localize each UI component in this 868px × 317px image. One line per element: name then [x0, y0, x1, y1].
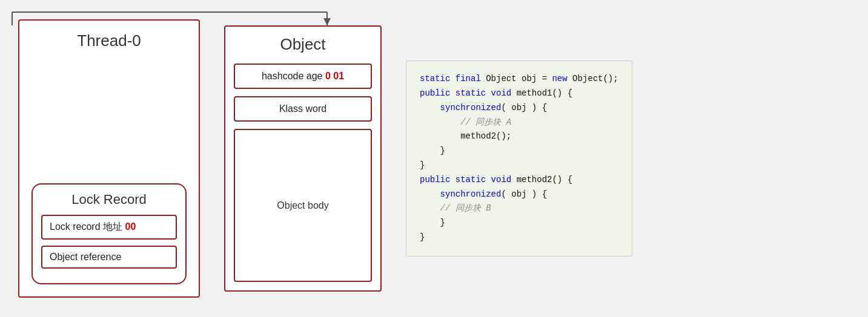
code-line: } [420, 216, 618, 230]
code-token: } [440, 146, 445, 155]
lock-record-address-row: Lock record 地址 00 [41, 215, 177, 240]
object-body-label: Object body [277, 200, 328, 211]
hashcode-value: 0 01 [325, 71, 344, 81]
thread-title: Thread-0 [19, 31, 199, 50]
code-line: public static void method1() { [420, 87, 618, 101]
code-line: method2(); [420, 129, 618, 144]
klass-word-label: Klass word [279, 103, 326, 114]
lock-record-address-value: 00 [125, 221, 136, 232]
object-reference-label: Object reference [50, 252, 121, 262]
object-body-row: Object body [234, 129, 372, 282]
code-line: } [420, 144, 618, 158]
code-token: method2() { [517, 175, 572, 185]
code-line: } [420, 158, 618, 173]
code-token: new [552, 74, 572, 83]
thread-box: Thread-0 Lock Record Lock record 地址 00 O… [18, 19, 200, 298]
code-line: // 同步块 A [420, 116, 618, 130]
code-token: ( obj ) { [501, 103, 547, 113]
lock-record-box: Lock Record Lock record 地址 00 Object ref… [31, 183, 187, 284]
object-box: Object hashcode age 0 01 Klass word Obje… [224, 25, 382, 292]
code-token: // 同步块 B [440, 203, 491, 213]
code-token: } [420, 160, 425, 170]
code-token: method2(); [460, 131, 511, 141]
code-token: // 同步块 A [460, 117, 511, 127]
code-token: synchronized [440, 189, 502, 199]
klass-word-row: Klass word [234, 96, 372, 122]
code-line: synchronized( obj ) { [420, 188, 618, 202]
hashcode-row: hashcode age 0 01 [234, 64, 372, 89]
object-title: Object [280, 35, 325, 54]
hashcode-label: hashcode age [262, 71, 325, 81]
code-token: public static void [420, 88, 517, 98]
main-container: Thread-0 Lock Record Lock record 地址 00 O… [0, 0, 868, 317]
code-line: static final Object obj = new Object(); [420, 72, 618, 87]
object-reference-row: Object reference [41, 246, 177, 269]
code-token: } [440, 218, 445, 227]
lock-record-address-label: Lock record 地址 [50, 221, 125, 232]
code-token: ( obj ) { [501, 189, 547, 199]
code-line: public static void method2() { [420, 173, 618, 188]
code-token: } [420, 232, 425, 242]
code-line: } [420, 230, 618, 245]
code-token: Object(); [572, 74, 618, 83]
code-line: synchronized( obj ) { [420, 101, 618, 116]
code-token: method1() { [517, 88, 572, 98]
code-token: public static void [420, 175, 517, 185]
lock-record-title: Lock Record [41, 192, 177, 208]
code-token: Object obj = [486, 74, 552, 83]
code-line: // 同步块 B [420, 201, 618, 216]
code-box: static final Object obj = new Object();p… [406, 60, 632, 257]
code-token: synchronized [440, 103, 502, 113]
svg-marker-3 [323, 18, 331, 25]
code-token: static final [420, 74, 486, 83]
